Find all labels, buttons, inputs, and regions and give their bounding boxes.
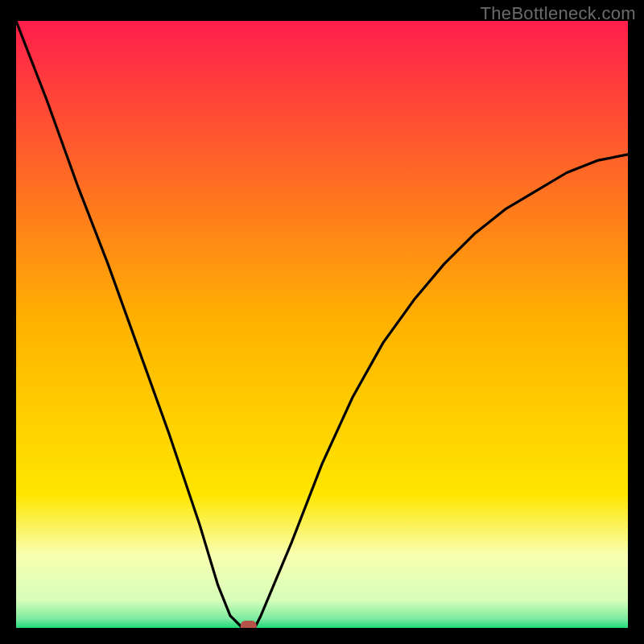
optimal-marker	[241, 621, 257, 628]
gradient-background	[16, 21, 628, 628]
chart-container: TheBottleneck.com	[0, 0, 644, 644]
chart-svg	[16, 21, 628, 628]
plot-area	[16, 21, 628, 628]
watermark-text: TheBottleneck.com	[481, 3, 636, 24]
